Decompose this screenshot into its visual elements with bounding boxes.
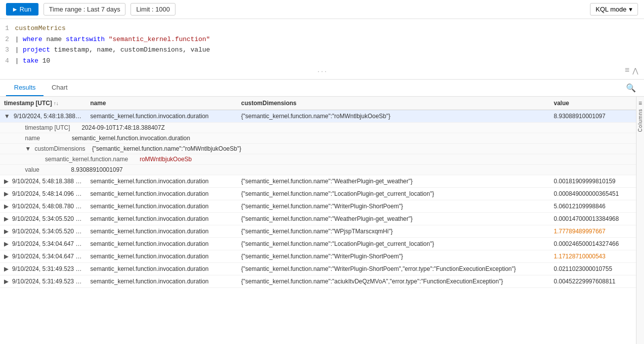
cell-name: semantic_kernel.function.invocation.dura… [86,213,237,225]
col-header-customdimensions[interactable]: customDimensions [237,97,550,110]
main-wrapper: timestamp [UTC] ↑↓ name customDimensions… [0,97,644,344]
cell-timestamp: ▶ 9/10/2024, 5:31:49.523 PM [0,275,86,288]
cell-timestamp: ▶ 9/10/2024, 5:34:05.520 PM [0,213,86,225]
cell-timestamp: ▶ 9/10/2024, 5:31:49.523 PM [0,263,86,275]
table-row[interactable]: ▶ 9/10/2024, 5:34:05.520 PM semantic_ker… [0,213,636,225]
cell-value: 0.00181909999810159 [550,175,636,188]
run-button[interactable]: ▶ Run [6,3,38,16]
columns-icon: ≡ [638,100,642,107]
cell-timestamp: ▶ 9/10/2024, 5:34:04.647 PM [0,238,86,250]
cell-name: semantic_kernel.function.invocation.dura… [86,110,237,123]
cell-value: 0.000849000000365451 [550,188,636,200]
search-button[interactable]: 🔍 [624,81,638,95]
cell-name: semantic_kernel.function.invocation.dura… [86,225,237,238]
cell-value: 0.00452229997608811 [550,275,636,288]
time-range-button[interactable]: Time range : Last 7 days [44,3,126,16]
table-row[interactable]: ▶ 9/10/2024, 5:34:04.647 PM semantic_ker… [0,238,636,250]
code-editor[interactable]: 1 customMetrics 2 | where name startswit… [0,19,644,80]
cell-value: 5.06012109998846 [550,200,636,213]
expanded-field-customdim: ▼ customDimensions {"semantic_kernel.fun… [0,144,636,154]
cell-timestamp: ▶ 9/10/2024, 5:34:04.647 PM [0,250,86,263]
expanded-field-value: value 8.93088910001097 [0,165,636,175]
sort-icon: ↑↓ [54,101,58,106]
line-number: 3 [0,45,15,55]
table-row[interactable]: ▼ 9/10/2024, 5:48:18.388 PM semantic_ker… [0,110,636,123]
cell-value: 8.93088910001097 [550,110,636,123]
toolbar: ▶ Run Time range : Last 7 days Limit : 1… [0,0,644,19]
tab-chart[interactable]: Chart [44,80,76,96]
results-table: timestamp [UTC] ↑↓ name customDimensions… [0,97,636,288]
code-line-2: 2 | where name startswith "semantic_kern… [0,34,644,45]
cell-timestamp: ▶ 9/10/2024, 5:48:18.388 PM [0,175,86,188]
expand-sub-button[interactable]: ▼ [25,145,31,152]
table-row[interactable]: ▶ 9/10/2024, 5:31:49.523 PM semantic_ker… [0,275,636,288]
table-row[interactable]: ▶ 9/10/2024, 5:48:08.780 PM semantic_ker… [0,200,636,213]
field-label-customdim: customDimensions [34,145,85,152]
collapse-icon[interactable]: ⋀ [632,67,638,75]
results-area[interactable]: timestamp [UTC] ↑↓ name customDimensions… [0,97,636,344]
run-label: Run [20,6,32,13]
kql-mode-button[interactable]: KQL mode ▾ [590,3,638,16]
expand-button[interactable]: ▶ [4,253,10,260]
field-value-name: semantic_kernel.function.invocation.dura… [72,135,190,142]
table-row[interactable]: ▶ 9/10/2024, 5:34:05.520 PM semantic_ker… [0,225,636,238]
expand-button[interactable]: ▶ [4,203,10,210]
cell-name: semantic_kernel.function.invocation.dura… [86,188,237,200]
field-value-timestamp: 2024-09-10T17:48:18.388407Z [82,124,164,131]
col-header-value[interactable]: value [550,97,636,110]
col-header-timestamp[interactable]: timestamp [UTC] ↑↓ [0,97,86,110]
code-line-1: 1 customMetrics [0,23,644,34]
cell-customdimensions: {"semantic_kernel.function.name":"Writer… [237,250,550,263]
cell-name: semantic_kernel.function.invocation.dura… [86,250,237,263]
col-header-name[interactable]: name [86,97,237,110]
cell-timestamp: ▼ 9/10/2024, 5:48:18.388 PM [0,110,86,123]
table-row[interactable]: ▶ 9/10/2024, 5:34:04.647 PM semantic_ker… [0,250,636,263]
line-number: 2 [0,35,15,45]
kql-mode-label: KQL mode [596,6,626,13]
field-label-timestamp: timestamp [UTC] [25,124,70,131]
expand-button[interactable]: ▶ [4,228,10,235]
cell-customdimensions: {"semantic_kernel.function.name":"Locati… [237,238,550,250]
expanded-field-subkey: semantic_kernel.function.name roMWntlbju… [0,154,636,165]
table-header-row: timestamp [UTC] ↑↓ name customDimensions… [0,97,636,110]
expand-button[interactable]: ▶ [4,240,10,247]
cell-customdimensions: {"semantic_kernel.function.name":"Weathe… [237,213,550,225]
expand-button[interactable]: ▶ [4,178,10,185]
editor-controls: ≡ ⋀ [624,66,638,75]
cell-customdimensions: {"semantic_kernel.function.name":"aciukI… [237,275,550,288]
cell-value: 0.000246500014327466 [550,238,636,250]
cell-name: semantic_kernel.function.invocation.dura… [86,200,237,213]
format-icon[interactable]: ≡ [624,66,630,75]
expanded-field-name: name semantic_kernel.function.invocation… [0,133,636,144]
expand-button[interactable]: ▶ [4,278,10,285]
tab-results[interactable]: Results [6,80,44,96]
cell-customdimensions: {"semantic_kernel.function.name":"Writer… [237,200,550,213]
expand-button[interactable]: ▼ [4,113,12,120]
cell-value: 1.77789489997667 [550,225,636,238]
cell-timestamp: ▶ 9/10/2024, 5:48:14.096 PM [0,188,86,200]
play-icon: ▶ [13,7,17,12]
table-row[interactable]: ▶ 9/10/2024, 5:48:18.388 PM semantic_ker… [0,175,636,188]
table-row[interactable]: ▶ 9/10/2024, 5:48:14.096 PM semantic_ker… [0,188,636,200]
cell-customdimensions: {"semantic_kernel.function.name":"Weathe… [237,175,550,188]
columns-panel[interactable]: ≡ Columns [636,97,644,344]
editor-dots: ... [0,66,644,75]
columns-label: Columns [638,109,643,132]
line-number: 4 [0,56,15,66]
results-tabs: Results Chart 🔍 [0,80,644,97]
expand-button[interactable]: ▶ [4,265,10,272]
search-icon: 🔍 [626,84,636,92]
expanded-field-timestamp: timestamp [UTC] 2024-09-10T17:48:18.3884… [0,123,636,133]
table-row[interactable]: ▶ 9/10/2024, 5:31:49.523 PM semantic_ker… [0,263,636,275]
cell-customdimensions: {"semantic_kernel.function.name":"WPjspT… [237,225,550,238]
cell-name: semantic_kernel.function.invocation.dura… [86,238,237,250]
field-label-name: name [25,135,40,142]
code-line-4: 4 | take 10 [0,56,644,67]
time-range-label: Time range : Last 7 days [49,6,120,13]
expand-button[interactable]: ▶ [4,215,10,222]
cell-timestamp: ▶ 9/10/2024, 5:34:05.520 PM [0,225,86,238]
cell-customdimensions: {"semantic_kernel.function.name":"Writer… [237,263,550,275]
expand-button[interactable]: ▶ [4,190,10,197]
cell-name: semantic_kernel.function.invocation.dura… [86,275,237,288]
limit-button[interactable]: Limit : 1000 [130,3,175,16]
